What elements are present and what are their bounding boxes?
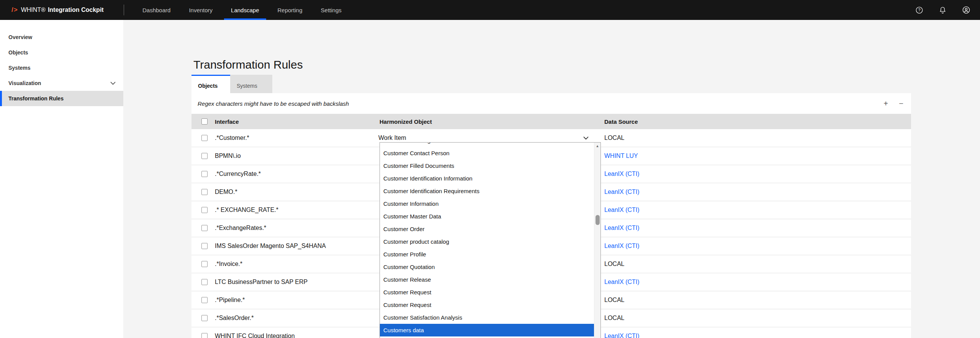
nav-item-settings[interactable]: Settings <box>314 0 348 20</box>
interface-cell: IMS SalesOrder Magento SAP_S4HANA <box>215 243 326 249</box>
dropdown-option[interactable]: Customer Information <box>380 197 594 210</box>
chevron-down-icon <box>583 136 595 140</box>
select-all-checkbox[interactable] <box>201 118 208 125</box>
sidebar-item-visualization[interactable]: Visualization <box>0 75 123 91</box>
data-source-link[interactable]: WHINT LUY <box>604 153 638 159</box>
table-actions: + − <box>880 98 906 109</box>
scrollbar-thumb[interactable] <box>596 215 600 225</box>
row-checkbox[interactable] <box>201 135 208 141</box>
interface-cell: .*SalesOrder.* <box>215 315 254 322</box>
interface-cell: DEMO.* <box>215 189 237 195</box>
regex-note: Regex characters might have to be escape… <box>198 100 349 107</box>
data-source-link[interactable]: LeanIX (CTI) <box>604 243 640 249</box>
brand-suffix: Integration Cockpit <box>48 7 104 13</box>
data-source-link[interactable]: LeanIX (CTI) <box>604 207 640 213</box>
remove-rule-button[interactable]: − <box>896 98 906 109</box>
scrollbar-up-arrow-icon[interactable]: ▲ <box>594 143 600 149</box>
interface-cell: LTC BusinessPartner to SAP ERP <box>215 279 308 285</box>
dropdown-option <box>380 336 594 338</box>
dropdown-option[interactable]: Customer Quotation <box>380 261 594 273</box>
dropdown-option[interactable]: Customer Identification Information <box>380 172 594 185</box>
nav-item-inventory[interactable]: Inventory <box>182 0 219 20</box>
tab-objects[interactable]: Objects <box>191 75 230 93</box>
sidebar-item-objects[interactable]: Objects <box>0 45 123 60</box>
tabs: Objects Systems <box>191 75 272 93</box>
column-header-interface: Interface <box>215 118 239 125</box>
data-source-cell: LOCAL <box>604 261 624 267</box>
main-content: Transformation Rules Objects Systems Reg… <box>123 20 980 338</box>
sidebar-item-systems[interactable]: Systems <box>0 60 123 75</box>
dropdown-option[interactable]: Customer product catalog <box>380 235 594 248</box>
top-nav: DashboardInventoryLandscapeReportingSett… <box>133 0 351 20</box>
row-checkbox[interactable] <box>201 171 208 177</box>
data-source-cell: LOCAL <box>604 315 624 322</box>
interface-cell: .* EXCHANGE_RATE.* <box>215 207 278 213</box>
svg-text:?: ? <box>918 8 921 12</box>
topbar: /> WHINT® Integration Cockpit DashboardI… <box>0 0 980 20</box>
column-header-datasource: Data Source <box>604 118 638 125</box>
brand-name: WHINT® <box>21 7 46 13</box>
notifications-icon[interactable] <box>939 7 946 14</box>
brand-slash-icon: /> <box>11 6 18 14</box>
data-source-cell: LOCAL <box>604 297 624 304</box>
dropdown-option[interactable]: Customer Release <box>380 273 594 286</box>
chevron-down-icon <box>110 80 116 86</box>
dropdown-list: Customer BookingCustomer Contact PersonC… <box>380 142 594 338</box>
harmonized-object-value: Work Item <box>378 135 406 141</box>
row-checkbox[interactable] <box>201 315 208 321</box>
note-row: Regex characters might have to be escape… <box>191 93 911 114</box>
table-header: Interface Harmonized Object Data Source <box>191 114 911 129</box>
data-source-link[interactable]: LeanIX (CTI) <box>604 279 640 285</box>
brand: /> WHINT® Integration Cockpit <box>0 0 124 20</box>
dropdown-option[interactable]: Customer Order <box>380 223 594 235</box>
dropdown-option[interactable]: Customer Contact Person <box>380 147 594 159</box>
dropdown-option[interactable]: Customer Filled Documents <box>380 159 594 172</box>
dropdown-option[interactable]: Customer Profile <box>380 248 594 261</box>
row-checkbox[interactable] <box>201 333 208 338</box>
tab-systems-label: Systems <box>237 83 257 89</box>
help-icon[interactable]: ? <box>916 7 923 14</box>
nav-item-landscape[interactable]: Landscape <box>224 0 266 20</box>
nav-item-reporting[interactable]: Reporting <box>271 0 309 20</box>
interface-cell: .*Invoice.* <box>215 261 242 267</box>
sidebar-item-label: Overview <box>8 34 32 40</box>
dropdown-option[interactable]: Customer Master Data <box>380 210 594 223</box>
dropdown-scrollbar[interactable]: ▲ <box>594 143 600 338</box>
tab-objects-label: Objects <box>198 83 218 89</box>
sidebar-item-transformation-rules[interactable]: Transformation Rules <box>0 91 123 106</box>
data-source-link[interactable]: LeanIX (CTI) <box>604 171 640 177</box>
dropdown-option[interactable]: Customer Identification Requirements <box>380 185 594 197</box>
row-checkbox[interactable] <box>201 207 208 213</box>
column-header-harmonized: Harmonized Object <box>380 118 432 125</box>
data-source-cell: LOCAL <box>604 135 624 141</box>
topbar-separator <box>124 5 124 15</box>
data-source-link[interactable]: LeanIX (CTI) <box>604 189 640 195</box>
data-source-link[interactable]: LeanIX (CTI) <box>604 333 640 338</box>
sidebar: OverviewObjectsSystemsVisualizationTrans… <box>0 20 123 338</box>
interface-cell: BPMN\.io <box>215 153 241 159</box>
tab-systems[interactable]: Systems <box>230 75 272 93</box>
row-checkbox[interactable] <box>201 261 208 267</box>
sidebar-item-label: Systems <box>8 65 31 71</box>
account-icon[interactable] <box>962 6 970 14</box>
nav-item-dashboard[interactable]: Dashboard <box>136 0 177 20</box>
dropdown-option[interactable]: Customer Request <box>380 299 594 311</box>
row-checkbox[interactable] <box>201 225 208 231</box>
row-checkbox[interactable] <box>201 279 208 285</box>
row-checkbox[interactable] <box>201 297 208 303</box>
dropdown-option-highlighted[interactable]: Customers data <box>380 324 594 336</box>
topbar-icons: ? <box>916 0 980 20</box>
row-checkbox[interactable] <box>201 243 208 249</box>
dropdown-option-clipped[interactable]: Customer Booking <box>380 142 594 147</box>
interface-cell: WHINT IFC Cloud Integration <box>215 333 295 338</box>
row-checkbox[interactable] <box>201 189 208 195</box>
sidebar-item-label: Objects <box>8 49 28 56</box>
interface-cell: .*Customer.* <box>215 135 249 141</box>
data-source-link[interactable]: LeanIX (CTI) <box>604 225 640 231</box>
dropdown-option[interactable]: Customer Request <box>380 286 594 299</box>
add-rule-button[interactable]: + <box>880 98 891 109</box>
dropdown-option[interactable]: Customer Satisfaction Analysis <box>380 311 594 324</box>
sidebar-item-overview[interactable]: Overview <box>0 30 123 45</box>
row-checkbox[interactable] <box>201 153 208 159</box>
harmonized-object-select[interactable]: Work Item <box>378 135 595 141</box>
